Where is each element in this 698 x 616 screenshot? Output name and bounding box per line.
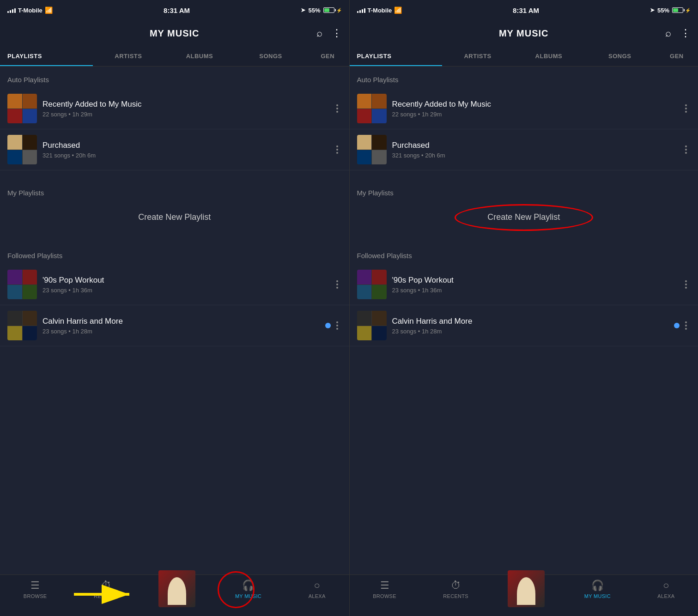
pop-workout-left[interactable]: '90s Pop Workout 23 songs • 1h 36m [0,264,349,305]
header-icons-left: ⌕ ⋮ [316,27,342,39]
bottom-nav-left: ☰ BROWSE ⏱ RECENTS 🎧 MY MUSIC ○ ALEXA [0,574,349,616]
followed-playlists-header-right: Followed Playlists [350,242,698,264]
recently-added-name-right: Recently Added to My Music [392,100,676,109]
pop-workout-more-right[interactable] [681,277,691,292]
location-icon: ➤ [301,7,305,13]
battery-icon: ⚡ [323,7,342,13]
alexa-icon: ○ [314,580,320,592]
artwork-quad-9 [7,270,22,284]
signal-bar-1 [7,11,9,13]
calvin-harris-left[interactable]: Calvin Harris and More 23 songs • 1h 28m [0,305,349,346]
purchased-meta-right: 321 songs • 20h 6m [392,152,676,159]
nav-browse-left[interactable]: ☰ BROWSE [16,580,55,599]
tab-artists-right[interactable]: ARTISTS [442,46,513,66]
create-btn-wrapper-right: Create New Playlist [350,201,698,233]
nav-recents-left[interactable]: ⏱ RECENTS [86,580,127,599]
calvin-harris-right[interactable]: Calvin Harris and More 23 songs • 1h 28m [350,305,698,346]
tab-artists-left[interactable]: ARTISTS [93,46,164,66]
nav-recents-label-left: RECENTS [94,593,119,599]
tab-gen-right[interactable]: GEN [656,46,698,66]
calvin-harris-artwork-right [357,311,387,340]
header-icons-right: ⌕ ⋮ [665,27,691,39]
artwork-quad-14 [23,311,37,326]
artwork-quad-8 [23,150,37,165]
nav-alexa-right[interactable]: ○ ALEXA [650,580,682,599]
calvin-harris-more-right[interactable] [681,318,691,333]
pop-workout-info-left: '90s Pop Workout 23 songs • 1h 36m [37,276,333,294]
calvin-harris-more-left[interactable] [333,318,342,333]
tab-albums-left[interactable]: ALBUMS [164,46,235,66]
tab-playlists-right[interactable]: PLAYLISTS [350,46,443,66]
create-playlist-btn-right[interactable]: Create New Playlist [350,201,698,233]
pop-workout-name-right: '90s Pop Workout [392,276,676,285]
app-header-left: MY MUSIC ⌕ ⋮ [0,20,349,46]
bottom-nav-right: ☰ BROWSE ⏱ RECENTS 🎧 MY MUSIC ○ ALEXA [350,574,698,616]
artwork-quad-10 [23,270,37,284]
recently-added-right[interactable]: Recently Added to My Music 22 songs • 1h… [350,88,698,129]
nav-browse-label-left: BROWSE [24,593,47,599]
more-icon-right[interactable]: ⋮ [680,27,691,39]
tab-songs-right[interactable]: SONGS [584,46,656,66]
artwork-quad-r15 [357,326,372,341]
purchased-meta-left: 321 songs • 20h 6m [42,152,327,159]
now-playing-thumb-right[interactable] [508,570,545,607]
search-icon[interactable]: ⌕ [316,27,322,39]
recently-added-left[interactable]: Recently Added to My Music 22 songs • 1h… [0,88,349,129]
purchased-more-right[interactable] [681,142,691,157]
auto-playlists-header-left: Auto Playlists [0,66,349,88]
purchased-info-right: Purchased 321 songs • 20h 6m [387,141,682,159]
mymusic-icon: 🎧 [242,580,255,592]
artwork-quad-5 [7,135,22,150]
artwork-quad-2 [23,94,37,109]
pop-workout-info-right: '90s Pop Workout 23 songs • 1h 36m [387,276,682,294]
tab-albums-right[interactable]: ALBUMS [513,46,584,66]
pop-workout-artwork-left [7,270,37,299]
more-icon[interactable]: ⋮ [332,27,342,39]
tab-playlists-left[interactable]: PLAYLISTS [0,46,93,66]
followed-playlists-header-left: Followed Playlists [0,242,349,264]
nav-mymusic-left[interactable]: 🎧 MY MUSIC [228,580,269,599]
nav-mymusic-label-right: MY MUSIC [584,593,611,599]
divider-2-left [0,233,349,242]
artwork-quad-r6 [372,135,387,150]
recently-added-more-right[interactable] [681,101,691,116]
divider-1-left [0,170,349,180]
artwork-quad-r10 [372,270,387,284]
artwork-quad-13 [7,311,22,326]
battery-percent: 55% [308,7,320,14]
status-bar-left: T-Mobile 📶 8:31 AM ➤ 55% ⚡ [0,0,349,20]
calvin-harris-artwork-left [7,311,37,340]
nav-browse-right[interactable]: ☰ BROWSE [365,580,404,599]
battery-icon-right: ⚡ [672,7,691,13]
recently-added-artwork-right [357,94,387,123]
artwork-quad-r13 [357,311,372,326]
tab-songs-left[interactable]: SONGS [235,46,306,66]
purchased-right[interactable]: Purchased 321 songs • 20h 6m [350,129,698,170]
purchased-name-left: Purchased [42,141,327,150]
nav-browse-label-right: BROWSE [373,593,396,599]
tab-gen-left[interactable]: GEN [306,46,349,66]
pop-workout-name-left: '90s Pop Workout [42,276,327,285]
wifi-icon-right: 📶 [394,6,402,14]
search-icon-right[interactable]: ⌕ [665,27,671,39]
nav-mymusic-right[interactable]: 🎧 MY MUSIC [577,580,618,599]
nav-alexa-left[interactable]: ○ ALEXA [301,580,333,599]
mymusic-icon-right: 🎧 [591,580,604,592]
signal-bar-r4 [364,8,365,13]
calvin-harris-meta-left: 23 songs • 1h 28m [42,328,320,335]
alexa-icon-right: ○ [663,580,669,592]
purchased-more-left[interactable] [333,142,342,157]
artwork-quad-15 [7,326,22,341]
artwork-quad-r3 [357,109,372,124]
pop-workout-right[interactable]: '90s Pop Workout 23 songs • 1h 36m [350,264,698,305]
now-playing-thumb-left[interactable] [158,570,195,607]
pop-workout-more-left[interactable] [333,277,342,292]
nav-recents-right[interactable]: ⏱ RECENTS [436,580,476,599]
signal-bar-4 [14,8,16,13]
recently-added-more-left[interactable] [333,101,342,116]
artwork-quad-r1 [357,94,372,109]
purchased-artwork-left [7,135,37,164]
purchased-left[interactable]: Purchased 321 songs • 20h 6m [0,129,349,170]
tabs-bar-right: PLAYLISTS ARTISTS ALBUMS SONGS GEN [350,46,698,66]
create-playlist-btn-left[interactable]: Create New Playlist [0,201,349,233]
